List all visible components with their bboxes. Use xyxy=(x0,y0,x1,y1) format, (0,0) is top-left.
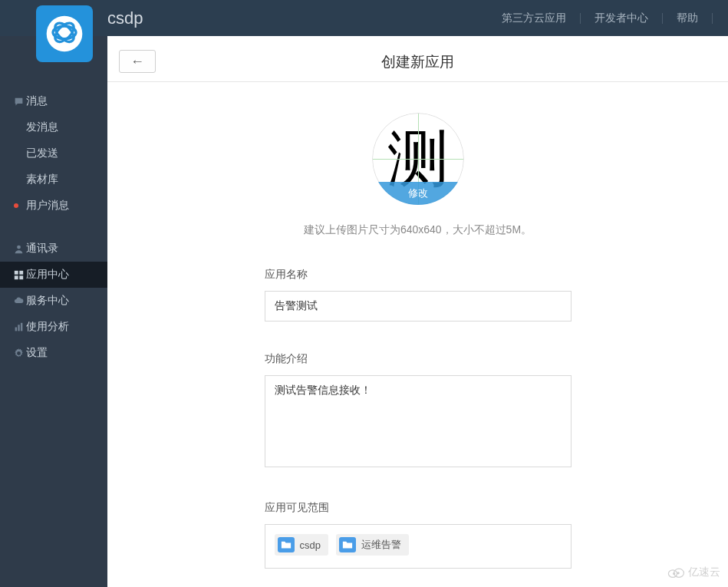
sidebar-item-send-msg[interactable]: 发消息 xyxy=(0,114,107,140)
svg-rect-7 xyxy=(14,275,18,279)
app-avatar-upload[interactable]: 测 修改 xyxy=(372,113,464,205)
scope-selector[interactable]: csdp 运维告警 xyxy=(265,524,572,569)
page-title: 创建新应用 xyxy=(381,52,454,72)
field-scope: 应用可见范围 csdp 运维告警 xyxy=(265,501,572,569)
form-area: 测 修改 建议上传图片尺寸为640x640，大小不超过5M。 应用名称 功能介绍… xyxy=(107,82,728,587)
notification-dot-icon xyxy=(14,203,18,208)
sidebar-item-user-msg[interactable]: 用户消息 xyxy=(0,193,107,219)
nav-help[interactable]: 帮助 xyxy=(663,12,712,25)
nav-divider xyxy=(712,13,713,24)
svg-point-14 xyxy=(673,572,675,575)
scope-tag[interactable]: csdp xyxy=(275,534,328,556)
folder-icon xyxy=(339,537,356,552)
gear-icon xyxy=(11,348,26,358)
scope-label: 应用可见范围 xyxy=(265,501,572,515)
scope-tag-label: csdp xyxy=(300,539,321,551)
svg-point-4 xyxy=(17,245,21,249)
svg-rect-11 xyxy=(20,322,21,331)
svg-rect-6 xyxy=(19,270,23,274)
avatar-edit-overlay: 修改 xyxy=(372,182,464,205)
scope-tag[interactable]: 运维告警 xyxy=(336,534,409,556)
sidebar-label: 用户消息 xyxy=(26,199,69,213)
sidebar-label: 服务中心 xyxy=(26,294,69,308)
svg-point-15 xyxy=(677,572,680,574)
sidebar-label: 通讯录 xyxy=(26,242,58,256)
sidebar-item-messages[interactable]: 消息 xyxy=(0,88,107,114)
sidebar-label: 消息 xyxy=(26,94,48,108)
main-area: ← 创建新应用 测 修改 建议上传图片尺寸为640x640，大小不超过5M。 应… xyxy=(107,36,728,587)
app-logo xyxy=(36,5,93,62)
page-header: ← 创建新应用 xyxy=(107,36,728,82)
sidebar: 消息 发消息 已发送 素材库 用户消息 通讯录 应用中心 服务中心 使用分析 xyxy=(0,36,107,587)
chat-icon xyxy=(11,97,26,107)
field-app-name: 应用名称 xyxy=(265,268,572,322)
sidebar-item-materials[interactable]: 素材库 xyxy=(0,167,107,193)
app-name-input[interactable] xyxy=(265,291,572,322)
sidebar-label: 发消息 xyxy=(26,120,58,134)
svg-rect-9 xyxy=(15,327,16,331)
sidebar-item-settings[interactable]: 设置 xyxy=(0,340,107,366)
sidebar-label: 设置 xyxy=(26,346,48,360)
sidebar-label: 应用中心 xyxy=(26,268,69,282)
nav-dev-center[interactable]: 开发者中心 xyxy=(581,12,662,25)
sidebar-label: 使用分析 xyxy=(26,320,69,334)
sidebar-item-sent[interactable]: 已发送 xyxy=(0,140,107,167)
nav-cloud-app[interactable]: 第三方云应用 xyxy=(488,12,580,25)
arrow-left-icon: ← xyxy=(130,54,144,70)
watermark-text: 亿速云 xyxy=(688,566,720,579)
logo-icon xyxy=(45,15,84,53)
topbar-nav: 第三方云应用 开发者中心 帮助 xyxy=(488,12,713,25)
svg-rect-5 xyxy=(14,270,18,274)
description-label: 功能介绍 xyxy=(265,352,572,366)
app-name-label: 应用名称 xyxy=(265,268,572,282)
watermark-cloud-icon xyxy=(667,566,685,579)
sidebar-item-contacts[interactable]: 通讯录 xyxy=(0,236,107,262)
sidebar-item-analytics[interactable]: 使用分析 xyxy=(0,314,107,340)
avatar-hint: 建议上传图片尺寸为640x640，大小不超过5M。 xyxy=(304,223,532,237)
grid-icon xyxy=(11,270,26,280)
cloud-icon xyxy=(11,296,26,306)
sidebar-label: 已发送 xyxy=(26,147,58,160)
sidebar-item-app-center[interactable]: 应用中心 xyxy=(0,262,107,288)
topbar-title: csdp xyxy=(107,8,488,28)
svg-rect-10 xyxy=(18,325,19,331)
sidebar-item-service-center[interactable]: 服务中心 xyxy=(0,288,107,314)
scope-tag-label: 运维告警 xyxy=(361,538,401,552)
topbar: csdp 第三方云应用 开发者中心 帮助 xyxy=(0,0,728,36)
sidebar-label: 素材库 xyxy=(26,173,58,186)
back-button[interactable]: ← xyxy=(119,50,156,73)
chart-icon xyxy=(11,322,26,332)
user-icon xyxy=(11,244,26,254)
folder-icon xyxy=(278,537,295,552)
watermark: 亿速云 xyxy=(667,566,720,579)
description-input[interactable] xyxy=(265,375,572,467)
field-description: 功能介绍 xyxy=(265,352,572,470)
svg-rect-8 xyxy=(19,275,23,279)
